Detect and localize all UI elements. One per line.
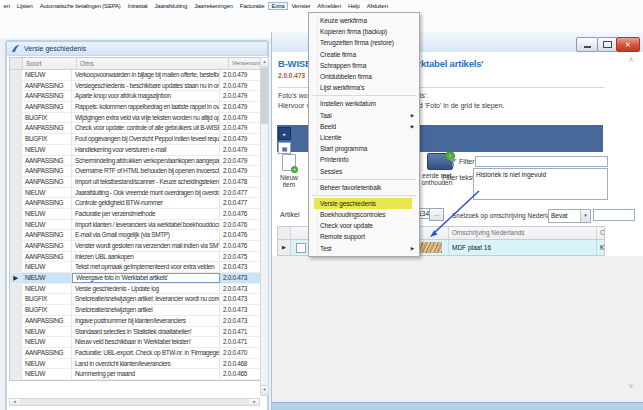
row-selector-cell: [10, 262, 22, 272]
menu-item-licentie[interactable]: Licentie: [309, 132, 419, 143]
menu-item-check-voor-update[interactable]: Check voor update: [309, 220, 419, 231]
menu-item-versie-geschiedenis[interactable]: Versie geschiedenis: [314, 198, 412, 209]
cell-versienummer: 2.0.0.477: [220, 188, 260, 198]
table-row[interactable]: AANPASSINGOvername RTF of HTML behouden …: [10, 166, 260, 177]
cell-oms: Ingave postnummer bij klanten/leverancie…: [72, 316, 220, 326]
table-row[interactable]: AANPASSINGControle geldigheid BTW-nummer…: [10, 198, 260, 209]
cell-versienummer: 2.0.0.479: [220, 145, 260, 155]
menu-item-keuze-werkfirma[interactable]: Keuze werkfirma: [309, 15, 419, 26]
scroll-down-icon[interactable]: ▼: [261, 385, 268, 395]
table-row[interactable]: NIEUWHandtekening voor versturen e-mail2…: [10, 145, 260, 156]
snelzoek-operator-select[interactable]: Bevat ▾: [548, 209, 591, 223]
cell-versienummer: 2.0.0.477: [220, 198, 260, 208]
table-row[interactable]: AANPASSINGRappels: kolommen rappelbedrag…: [10, 102, 260, 113]
scroll-left-icon[interactable]: ◄: [10, 399, 19, 405]
table-row[interactable]: NIEUWImport klanten / leveranciers via w…: [10, 220, 260, 231]
menu-item-terugzetten-firma-restore[interactable]: Terugzetten firma (restore): [309, 37, 419, 48]
table-row[interactable]: NIEUWNieuw veld beschikbaar in 'Werktabe…: [10, 337, 260, 348]
new-item-button[interactable]: + Nieuw item: [275, 154, 303, 198]
menu-item-sessies[interactable]: Sessies: [309, 165, 419, 176]
table-row[interactable]: AANPASSINGCheck voor update: controle of…: [10, 123, 260, 134]
table-row[interactable]: NIEUWVerkoopvoorwaarden in bijlage bij m…: [10, 70, 260, 81]
row-checkbox[interactable]: [296, 243, 306, 253]
menubar-item-automatische-betalingen-sepa[interactable]: Automatische betalingen (SEPA): [36, 2, 124, 10]
menu-item-ontdubbelen-firma[interactable]: Ontdubbelen firma: [309, 71, 419, 82]
scrollbar-thumb[interactable]: [261, 68, 268, 124]
maximize-button[interactable]: [597, 37, 617, 52]
table-row[interactable]: AANPASSINGVenster wordt gesloten na verz…: [10, 241, 260, 252]
vertical-scrollbar[interactable]: ▲ ▼: [260, 57, 269, 396]
table-row[interactable]: NIEUWTekst met opmaak geïmplementeerd vo…: [10, 262, 260, 273]
layout-grid-icon[interactable]: ▦: [278, 142, 291, 154]
scroll-up-chevron-icon[interactable]: ∧: [624, 55, 638, 64]
table-row[interactable]: NIEUWNummering per maand2.0.0.465: [10, 369, 260, 380]
menubar-item-jaarafsluiting[interactable]: Jaarafsluiting: [151, 2, 191, 10]
menubar-item-intrastat[interactable]: Intrastat: [124, 2, 151, 10]
menu-item-kopieren-firma-backup[interactable]: Kopieren firma (backup): [309, 26, 419, 37]
table-row[interactable]: NIEUWFacturatie per verzendmethode2.0.0.…: [10, 209, 260, 220]
table-row[interactable]: BUGFIXWijzigingen extra veld via vrije t…: [10, 113, 260, 124]
table-row[interactable]: AANPASSINGVersiegeschiedenis - beschikba…: [10, 81, 260, 92]
menu-separator: [312, 95, 416, 96]
menubar-item-afsluiten[interactable]: Afsluiten: [363, 2, 391, 10]
menubar-item-afmelden[interactable]: Afmelden: [314, 2, 345, 10]
cell-oms: Versiegeschiedenis - beschikbare updates…: [72, 81, 220, 91]
menu-item-start-programma[interactable]: Start programma: [309, 143, 419, 154]
menubar-item-venster[interactable]: Venster: [288, 2, 314, 10]
header-soort[interactable]: Soort: [23, 58, 77, 69]
cell-soort: NIEUW: [22, 359, 72, 369]
menu-item-lijst-werkfirma-s[interactable]: Lijst werkfirma's: [309, 82, 419, 93]
table-row[interactable]: NIEUWStandaard selecties in 'Statistiek …: [10, 327, 260, 338]
menubar-item-extra[interactable]: Extra: [268, 2, 288, 10]
menu-item-label: Sessies: [320, 168, 342, 175]
menu-item-beeld[interactable]: Beeld▶: [309, 121, 419, 132]
row-selector-cell: [10, 220, 22, 230]
menubar-item-facturatie[interactable]: Facturatie: [236, 2, 268, 10]
menu-item-instellen-werkdatum[interactable]: Instellen werkdatum: [309, 98, 419, 109]
menubar-item-jaarrekeningen[interactable]: Jaarrekeningen: [191, 2, 237, 10]
table-row[interactable]: AANPASSINGFacturatie: UBL-export. Check …: [10, 348, 260, 359]
table-row[interactable]: NIEUWVersie geschiedenis - Update log2.0…: [10, 284, 260, 295]
scroll-up-icon[interactable]: ▲: [261, 58, 268, 68]
close-button[interactable]: ✕: [616, 37, 640, 52]
horizontal-scrollbar[interactable]: ◄ ►: [9, 398, 260, 406]
minimize-button[interactable]: [576, 37, 598, 52]
menu-item-creatie-firma[interactable]: Creatie firma: [309, 49, 419, 60]
scrollbar-thumb-horizontal[interactable]: [20, 399, 249, 405]
table-row[interactable]: AANPASSINGE-mail via Gmail mogelijk (via…: [10, 230, 260, 241]
table-row[interactable]: BUGFIXFout opgevangen bij Overzicht Pepp…: [10, 134, 260, 145]
table-row[interactable]: AANPASSINGIngave postnummer bij klanten/…: [10, 316, 260, 327]
menu-item-test[interactable]: Test▶: [309, 243, 419, 254]
table-row[interactable]: AANPASSINGAparte knop voor afdruk magazi…: [10, 91, 260, 102]
menu-item-boekhoudingscontroles[interactable]: Boekhoudingscontroles: [309, 209, 419, 220]
table-row[interactable]: AANPASSINGImport uit tekstbestand/scanne…: [10, 177, 260, 188]
menubar-item-en[interactable]: en: [0, 2, 13, 10]
menubar-item-help[interactable]: Help: [345, 2, 364, 10]
table-row[interactable]: ▶NIEUWWeergave foto in 'Werktabel artike…: [10, 273, 260, 284]
menu-separator: [312, 179, 416, 180]
table-row[interactable]: AANPASSINGSchermindeling afdrukken verko…: [10, 156, 260, 167]
header-oms[interactable]: Oms: [77, 58, 229, 69]
menu-item-remote-support[interactable]: Remote support: [309, 231, 419, 242]
table-row[interactable]: BUGFIXSnelcreatie/snelwijzigen artikel2.…: [10, 305, 260, 316]
favorites-toolbar-icon[interactable]: ▸: [278, 127, 291, 140]
versie-window-titlebar[interactable]: Versie geschiedenis: [7, 42, 267, 56]
filter-input[interactable]: [475, 156, 608, 167]
filter-text-input[interactable]: Historiek is niet ingevuld: [473, 168, 608, 200]
menu-item-printerinfo[interactable]: Printerinfo: [309, 154, 419, 165]
snelzoek-input[interactable]: [593, 209, 635, 221]
scroll-right-icon[interactable]: ►: [250, 399, 259, 405]
menu-item-label: Remote support: [320, 233, 365, 240]
scroll-down-chevron-icon[interactable]: ∨: [624, 381, 638, 390]
menu-item-schrappen-firma[interactable]: Schrappen firma: [309, 60, 419, 71]
cell-oms: Check voor update: controle of alle gebr…: [72, 123, 220, 133]
menu-item-taal[interactable]: Taal▶: [309, 110, 419, 121]
table-row[interactable]: NIEUWLand in overzicht klanten/leveranci…: [10, 359, 260, 370]
menubar-item-lijsten[interactable]: Lijsten: [13, 2, 36, 10]
table-row[interactable]: BUGFIXSnelcreatie/snelwijzigen artikel: …: [10, 294, 260, 305]
menu-item-beheer-favorietenbalk[interactable]: Beheer favorietenbalk: [309, 182, 419, 193]
table-row[interactable]: AANPASSINGInlezen UBL aankopen2.0.0.475: [10, 252, 260, 263]
header-versienummer[interactable]: Versienummer: [229, 58, 260, 69]
grid-header-omschrijving-2[interactable]: Omschrijving: [597, 227, 604, 239]
table-row[interactable]: NIEUWJaarafsluiting - Ook vreemde munt o…: [10, 188, 260, 199]
